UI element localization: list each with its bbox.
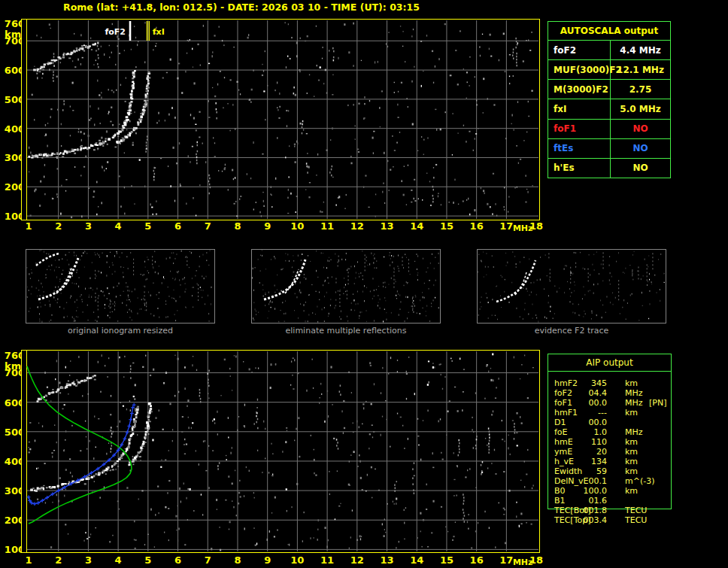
- x-tick-label-3: 3: [77, 555, 99, 566]
- x-tick-label-15: 15: [435, 221, 458, 232]
- autoscala-row-foF1: foF1NO: [548, 120, 670, 139]
- thumbnail-evidence-f2-trace: [477, 249, 666, 323]
- x-tick-label-5: 5: [137, 555, 159, 566]
- x-tick-label-12: 12: [346, 221, 369, 232]
- autoscala-row-foF2: foF24.4 MHz: [548, 41, 670, 60]
- x-tick-label-8: 8: [226, 555, 249, 566]
- autoscala-row-value: NO: [611, 139, 670, 158]
- autoscala-row-label: M(3000)F2: [548, 80, 611, 99]
- autoscala-row-M(3000)F2: M(3000)F22.75: [548, 80, 670, 99]
- page-title: Rome (lat: +41.8, lon: 012.5) - DATE: 20…: [63, 2, 420, 13]
- aip-row-unit: km: [625, 487, 638, 496]
- x-tick-label-11: 11: [316, 221, 338, 232]
- autoscala-row-label: foF1: [548, 120, 611, 138]
- x-tick-label-9: 9: [256, 221, 279, 232]
- autoscala-row-value: 5.0 MHz: [611, 99, 670, 118]
- aip-row-unit: km: [625, 448, 638, 457]
- x-tick-label-12: 12: [346, 555, 369, 566]
- x-tick-label-6: 6: [167, 221, 190, 232]
- x-tick-label-1: 1: [17, 555, 40, 566]
- aip-row-B0: B0100.0km: [548, 487, 671, 497]
- x-tick-label-5: 5: [137, 221, 159, 232]
- aip-row-label: ymE: [554, 448, 572, 457]
- aip-row-value: 04.4: [578, 389, 607, 398]
- aip-row-value: 20: [578, 448, 607, 457]
- x-tick-label-13: 13: [376, 555, 399, 566]
- autoscala-row-h'Es: h'EsNO: [548, 159, 670, 178]
- aip-row-DelN_vE: DelN_vE00.1m^(-3): [548, 477, 671, 487]
- autoscala-row-label: fxI: [548, 99, 611, 118]
- aip-row-unit: km: [625, 457, 638, 466]
- aip-output-table: AIP output hmF2345kmfoF204.4MHzfoF100.0M…: [548, 354, 672, 509]
- x-tick-label-16: 16: [466, 555, 488, 566]
- x-tick-label-10: 10: [286, 555, 308, 566]
- aip-row-TEC[Top]: TEC[Top]003.4TECU: [548, 516, 671, 526]
- autoscala-row-label: ftEs: [548, 139, 611, 158]
- autoscala-row-MUF(3000)F2: MUF(3000)F212.1 MHz: [548, 60, 670, 80]
- aip-row-label: foE: [554, 428, 568, 437]
- autoscala-row-value: NO: [611, 159, 670, 178]
- autoscala-row-value: 4.4 MHz: [611, 41, 670, 59]
- aip-row-label: B1: [554, 497, 566, 506]
- x-tick-label-7: 7: [196, 221, 219, 232]
- aip-row-value: 001.8: [578, 506, 607, 515]
- autoscala-row-value: 12.1 MHz: [611, 60, 670, 79]
- x-tick-label-4: 4: [107, 221, 129, 232]
- autoscala-screen: Rome (lat: +41.8, lon: 012.5) - DATE: 20…: [0, 0, 728, 568]
- aip-row-unit: TECU: [625, 506, 647, 515]
- aip-row-unit: km: [625, 379, 638, 388]
- x-axis-unit: MHz: [510, 223, 535, 234]
- x-tick-label-2: 2: [47, 555, 70, 566]
- autoscala-row-value: NO: [611, 120, 670, 138]
- ionogram-plot-top: foF2fxI: [21, 19, 540, 220]
- aip-row-value: 134: [578, 457, 607, 466]
- autoscala-row-label: MUF(3000)F2: [548, 60, 611, 79]
- x-tick-label-1: 1: [17, 221, 40, 232]
- aip-row-unit: m^(-3): [625, 477, 654, 486]
- x-tick-label-14: 14: [405, 221, 428, 232]
- aip-row-unit: MHz: [625, 428, 643, 437]
- aip-row-unit: MHz: [625, 399, 643, 408]
- top-ionogram-canvas: foF2fxI: [22, 20, 539, 220]
- bottom-ionogram-canvas: [22, 351, 539, 552]
- aip-row-hmF1: hmF1---km: [548, 409, 671, 418]
- thumbnail-canvas: [252, 250, 440, 323]
- autoscala-row-ftEs: ftEsNO: [548, 139, 670, 159]
- aip-row-value: 00.0: [578, 399, 607, 408]
- aip-row-label: hmE: [554, 438, 573, 447]
- aip-row-value: 100.0: [578, 487, 607, 496]
- aip-row-value: 003.4: [578, 516, 607, 525]
- aip-row-unit: km: [625, 467, 638, 476]
- aip-row-unit: km: [625, 438, 638, 447]
- thumbnail-caption-3: evidence F2 trace: [477, 326, 666, 336]
- aip-row-value: 345: [578, 379, 607, 388]
- aip-row-unit: km: [625, 409, 638, 418]
- marker-label-fxI: fxI: [153, 27, 165, 37]
- x-axis-unit: MHz: [510, 557, 535, 568]
- x-tick-label-4: 4: [107, 555, 129, 566]
- thumbnail-canvas: [478, 250, 666, 323]
- x-tick-label-6: 6: [167, 555, 190, 566]
- top-plot-x-axis: 123456789101112131415161718MHz: [21, 221, 555, 233]
- thumbnail-original-ionogram: [26, 249, 215, 323]
- x-tick-label-13: 13: [376, 221, 399, 232]
- x-tick-label-2: 2: [47, 221, 70, 232]
- autoscala-output-table: AUTOSCALA output foF24.4 MHzMUF(3000)F21…: [548, 21, 671, 178]
- aip-row-note: [PN]: [649, 399, 666, 408]
- aip-row-unit: MHz: [625, 389, 643, 398]
- autoscala-table-header: AUTOSCALA output: [548, 22, 670, 41]
- aip-row-value: 59: [578, 467, 607, 476]
- x-tick-label-3: 3: [77, 221, 99, 232]
- aip-row-label: hmF1: [554, 409, 578, 418]
- aip-row-value: 00.1: [578, 477, 607, 486]
- x-tick-label-11: 11: [316, 555, 338, 566]
- aip-row-value: 1.0: [578, 428, 607, 437]
- x-tick-label-8: 8: [226, 221, 249, 232]
- aip-row-label: B0: [554, 487, 566, 496]
- x-tick-label-9: 9: [256, 555, 279, 566]
- autoscala-row-value: 2.75: [611, 80, 670, 99]
- aip-row-unit: TECU: [625, 516, 647, 525]
- aip-row-value: 01.6: [578, 497, 607, 506]
- aip-row-value: 00.0: [578, 418, 607, 427]
- aip-table-header: AIP output: [548, 354, 671, 372]
